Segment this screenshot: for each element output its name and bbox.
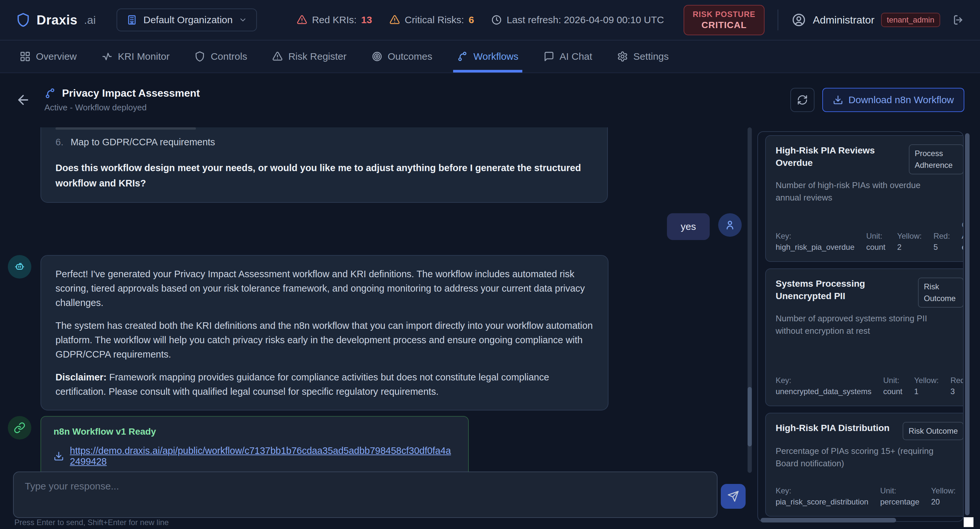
tab-risk-register[interactable]: Risk Register [268, 40, 350, 72]
chat-scrollbar-thumb[interactable] [748, 387, 752, 446]
download-icon [833, 95, 843, 105]
org-name: Default Organization [143, 14, 233, 25]
user-name: Administrator [813, 14, 875, 26]
download-n8n-workflow-button[interactable]: Download n8n Workflow [822, 88, 964, 112]
kri-title: Systems Processing Unencrypted PII [776, 277, 906, 308]
kri-key-col: Key: unencrypted_data_systems [776, 375, 872, 397]
assistant-robot-avatar [8, 255, 31, 279]
workflow-status: Active - Workflow deployed [45, 102, 200, 113]
risk-posture-badge: RISK POSTURE CRITICAL [684, 5, 765, 35]
disclaimer-label: Disclaimer: [56, 372, 107, 382]
tab-overview[interactable]: Overview [16, 40, 81, 72]
tab-kri-monitor[interactable]: KRI Monitor [98, 40, 173, 72]
building-icon [126, 14, 137, 25]
n8n-workflow-card: n8n Workflow v1 Ready https://demo.draxi… [40, 416, 469, 473]
alert-triangle-icon [272, 51, 283, 62]
tab-label: Overview [36, 51, 77, 62]
download-icon [54, 451, 64, 461]
brand-logo: Draxis .ai [16, 12, 95, 28]
logout-button[interactable] [952, 14, 964, 26]
kri-yellow-col: Yellow: 2 [897, 231, 921, 253]
sidebar-vertical-scrollbar[interactable] [965, 133, 970, 515]
header-divider [778, 10, 778, 30]
header-status-group: Red KRIs: 13 Critical Risks: 6 Last refr… [296, 14, 664, 25]
disclaimer-text: Framework mapping provides guidance for … [56, 372, 549, 397]
kri-category-badge: Risk Outcome [918, 277, 964, 308]
critical-risks-stat: Critical Risks: 6 [389, 14, 474, 25]
refresh-button[interactable] [790, 88, 815, 112]
kri-yellow-value: 20 [931, 496, 956, 507]
kri-title: High-Risk PIA Reviews Overdue [776, 144, 901, 174]
app-header: Draxis .ai Default Organization Red KRIs… [0, 0, 980, 40]
kri-card-unencrypted-pii[interactable]: Systems Processing Unencrypted PII Risk … [765, 268, 964, 406]
assistant-paragraph-2: The system has created both the KRI defi… [56, 319, 593, 362]
assistant-disclaimer: Disclaimer: Framework mapping provides g… [56, 370, 593, 399]
download-button-label: Download n8n Workflow [848, 94, 954, 105]
red-kris-label: Red KRIs: [312, 14, 357, 25]
workflow-title-block: Privacy Impact Assessment Active - Workf… [45, 87, 200, 113]
back-arrow-button[interactable] [16, 92, 31, 107]
org-selector[interactable]: Default Organization [116, 8, 257, 31]
kri-gate-col: Gate: Annual Review Check [962, 220, 964, 253]
alert-triangle-icon [296, 14, 307, 25]
kri-card-pia-distribution[interactable]: High-Risk PIA Distribution Risk Outcome … [765, 413, 964, 516]
assistant-bubble: Perfect! I've generated your Privacy Imp… [40, 255, 608, 411]
user-message-row: yes [8, 213, 746, 240]
kri-unit-col: Unit: count [883, 375, 903, 397]
gear-icon [617, 51, 628, 62]
scrollbar-corner [964, 517, 974, 527]
git-branch-icon [457, 51, 468, 62]
tab-label: Outcomes [388, 51, 433, 62]
tab-controls[interactable]: Controls [190, 40, 251, 72]
assistant-question: Does this workflow design meet your need… [56, 160, 593, 191]
user-avatar [718, 213, 742, 237]
shield-icon [194, 51, 205, 62]
user-message-bubble: yes [667, 213, 710, 240]
kri-category-badge: Process Adherence [909, 144, 964, 174]
main-nav-tabs: Overview KRI Monitor Controls Risk Regis… [0, 40, 980, 73]
kri-description: Number of approved systems storing PII w… [776, 312, 942, 337]
kri-unit-value: count [883, 386, 903, 397]
tab-label: Risk Register [288, 51, 346, 62]
risk-posture-value: CRITICAL [693, 19, 756, 31]
send-button[interactable] [721, 484, 746, 509]
tab-outcomes[interactable]: Outcomes [368, 40, 436, 72]
workflow-header: Privacy Impact Assessment Active - Workf… [0, 73, 980, 127]
composer-hint: Press Enter to send, Shift+Enter for new… [14, 518, 169, 527]
kri-description: Percentage of PIAs scoring 15+ (requirin… [776, 445, 942, 470]
chat-scrollbar-track[interactable] [748, 127, 752, 473]
kri-yellow-col: Yellow: 20 [931, 485, 956, 507]
composer [13, 472, 718, 518]
n8n-card-title: n8n Workflow v1 Ready [54, 427, 456, 437]
kri-sidebar-panel: High-Risk PIA Reviews Overdue Process Ad… [757, 131, 964, 522]
chat-input[interactable] [14, 472, 717, 517]
user-role-badge: tenant_admin [881, 13, 940, 27]
assistant-message-row: Perfect! I've generated your Privacy Imp… [8, 255, 746, 411]
kri-category-badge: Risk Outcome [903, 422, 964, 440]
tab-ai-chat[interactable]: AI Chat [539, 40, 596, 72]
chat-bubble-icon [543, 51, 554, 62]
assistant-message-clipped: 6. Map to GDPR/CCPA requirements Does th… [8, 127, 746, 203]
sidebar-horizontal-scrollbar[interactable] [760, 518, 896, 523]
n8n-workflow-link[interactable]: https://demo.draxis.ai/api/public/workfl… [70, 445, 456, 467]
kri-red-col: Red: 3 [950, 375, 964, 397]
kri-card-list: High-Risk PIA Reviews Overdue Process Ad… [765, 135, 964, 522]
brand-name: Draxis [37, 13, 77, 27]
tab-label: Workflows [473, 51, 519, 62]
tab-settings[interactable]: Settings [613, 40, 673, 72]
grid-icon [19, 51, 31, 62]
tab-label: AI Chat [560, 51, 592, 62]
list-item-text: Map to GDPR/CCPA requirements [70, 135, 215, 149]
alert-triangle-icon [389, 14, 400, 25]
critical-risks-label: Critical Risks: [405, 14, 464, 25]
user-circle-icon [791, 13, 806, 27]
kri-description: Number of high-risk PIAs with overdue an… [776, 179, 942, 204]
kri-unit-value: percentage [880, 496, 919, 507]
tab-label: Settings [633, 51, 668, 62]
clipped-text-sliver [56, 127, 196, 130]
kri-key-value: unencrypted_data_systems [776, 386, 872, 397]
kri-card-high-risk-pia-overdue[interactable]: High-Risk PIA Reviews Overdue Process Ad… [765, 135, 964, 262]
activity-icon [102, 51, 113, 62]
tab-workflows[interactable]: Workflows [453, 40, 522, 72]
kri-gate-value: Annual Review Check [962, 231, 964, 253]
